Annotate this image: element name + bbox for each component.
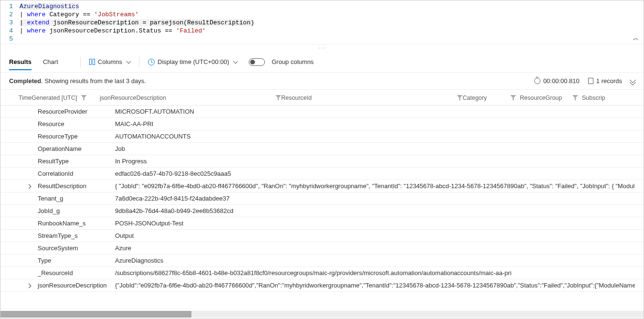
table-header-row: TimeGenerated [UTC] jsonResourceDescript… xyxy=(0,90,644,106)
editor-line[interactable]: 2| where Category == 'JobStreams' xyxy=(0,11,644,19)
field-value: 9db8a42b-76d4-48a0-b949-2ee8b53682cd xyxy=(115,207,635,214)
stopwatch-icon xyxy=(534,78,540,84)
field-value: edfac026-da57-4b70-9218-8ec025c9aaa5 xyxy=(115,170,635,177)
table-row[interactable]: Tenant_g7a6d0eca-222b-49cf-8415-f24adabd… xyxy=(0,192,644,205)
table-row[interactable]: JobId_g9db8a42b-76d4-48a0-b949-2ee8b5368… xyxy=(0,205,644,217)
column-header-resourcegroup[interactable]: ResourceGroup xyxy=(510,95,572,101)
field-value: {"JobId":"e092fb7a-6f6e-4bd0-ab20-ff4677… xyxy=(115,282,635,289)
filter-icon[interactable] xyxy=(457,95,463,101)
field-name: ResourceType xyxy=(38,133,115,140)
toggle-icon xyxy=(249,58,265,66)
status-text: Completed. Showing results from the last… xyxy=(9,77,146,85)
chevron-down-icon xyxy=(125,58,130,65)
record-count: 1 records xyxy=(588,77,622,85)
line-number: 4 xyxy=(0,27,20,35)
table-row[interactable]: CorrelationIdedfac026-da57-4b70-9218-8ec… xyxy=(0,168,644,180)
chevron-right-icon xyxy=(27,182,31,190)
expand-cell[interactable] xyxy=(0,182,38,190)
editor-line[interactable]: 4| where jsonResourceDescription.Status … xyxy=(0,27,644,35)
table-row[interactable]: TypeAzureDiagnostics xyxy=(0,255,644,267)
filter-icon[interactable] xyxy=(275,95,281,101)
table-row[interactable]: ResourceProviderMICROSOFT.AUTOMATION xyxy=(0,106,644,118)
field-name: RunbookName_s xyxy=(38,220,115,227)
separator xyxy=(80,57,81,67)
separator xyxy=(139,57,139,67)
view-tabs: Results Chart xyxy=(9,53,58,70)
code-content: | where jsonResourceDescription.Status =… xyxy=(20,27,206,35)
field-name: CorrelationId xyxy=(38,170,115,177)
collapse-editor-icon[interactable]: ︽ xyxy=(633,34,639,42)
query-duration: 00:00:00.810 xyxy=(534,77,580,85)
field-name: OperationName xyxy=(38,145,115,152)
field-value: AzureDiagnostics xyxy=(115,257,635,264)
field-name: jsonResourceDescription xyxy=(38,282,115,289)
table-row[interactable]: StreamType_sOutput xyxy=(0,230,644,242)
horizontal-scrollbar[interactable] xyxy=(0,311,644,318)
table-row[interactable]: ResourceMAIC-AA-PRI xyxy=(0,118,644,130)
display-time-label: Display time (UTC+00:00) xyxy=(158,58,229,65)
results-toolbar: Results Chart Columns Display time (UTC+… xyxy=(0,52,644,73)
field-name: Resource xyxy=(38,120,115,128)
columns-label: Columns xyxy=(98,58,122,65)
column-header-time[interactable]: TimeGenerated [UTC] xyxy=(19,95,100,101)
editor-line[interactable]: 1AzureDiagnostics xyxy=(0,2,644,11)
tab-chart[interactable]: Chart xyxy=(43,53,58,70)
field-name: _ResourceId xyxy=(38,269,115,276)
status-completed: Completed xyxy=(9,77,41,85)
filter-icon[interactable] xyxy=(572,95,578,101)
field-value: /subscriptions/68627f8c-65b8-4601-b48e-b… xyxy=(115,269,635,276)
field-name: ResourceProvider xyxy=(38,108,115,115)
table-row[interactable]: ResultTypeIn Progress xyxy=(0,155,644,168)
expand-cell[interactable] xyxy=(0,282,38,289)
table-row[interactable]: ResultDescription{ "JobId": "e092fb7a-6f… xyxy=(0,180,644,192)
field-value: MICROSOFT.AUTOMATION xyxy=(115,108,635,115)
results-grid[interactable]: ResourceProviderMICROSOFT.AUTOMATIONReso… xyxy=(0,106,644,311)
field-value: AUTOMATIONACCOUNTS xyxy=(115,133,635,140)
code-content: | where Category == 'JobStreams' xyxy=(20,11,139,19)
filter-icon[interactable] xyxy=(510,95,516,101)
line-number: 5 xyxy=(0,35,20,43)
group-columns-toggle[interactable]: Group columns xyxy=(249,58,314,66)
clock-icon xyxy=(148,59,155,65)
field-value: { "JobId": "e092fb7a-6f6e-4bd0-ab20-ff46… xyxy=(115,182,635,190)
table-row[interactable]: jsonResourceDescription{"JobId":"e092fb7… xyxy=(0,279,644,292)
field-name: Type xyxy=(38,257,115,264)
column-header-subscription[interactable]: Subscrip xyxy=(572,95,635,101)
field-value: Output xyxy=(115,232,635,239)
filter-icon[interactable] xyxy=(81,95,87,101)
code-content: | extend jsonResourceDescription = parse… xyxy=(20,19,254,27)
group-columns-label: Group columns xyxy=(272,58,314,65)
field-value: 7a6d0eca-222b-49cf-8415-f24adabdee37 xyxy=(115,195,635,202)
editor-line[interactable]: 3| extend jsonResourceDescription = pars… xyxy=(0,19,644,27)
table-row[interactable]: SourceSystemAzure xyxy=(0,242,644,255)
field-value: MAIC-AA-PRI xyxy=(115,120,635,128)
chevron-right-icon xyxy=(27,282,31,289)
table-row[interactable]: RunbookName_sPOSH-JSONOutput-Test xyxy=(0,217,644,230)
table-row[interactable]: OperationNameJob xyxy=(0,143,644,155)
table-row[interactable]: _ResourceId/subscriptions/68627f8c-65b8-… xyxy=(0,267,644,279)
field-value: In Progress xyxy=(115,158,635,165)
resize-handle[interactable]: · · · xyxy=(0,44,644,52)
columns-icon xyxy=(89,59,95,65)
line-number: 1 xyxy=(0,2,20,11)
editor-line[interactable]: 5 xyxy=(0,35,644,43)
line-number: 3 xyxy=(0,19,20,27)
status-detail: . Showing results from the last 3 days. xyxy=(41,77,146,85)
field-value: POSH-JSONOutput-Test xyxy=(115,220,635,227)
status-bar: Completed. Showing results from the last… xyxy=(0,73,644,90)
display-time-button[interactable]: Display time (UTC+00:00) xyxy=(148,58,237,65)
query-editor[interactable]: 1AzureDiagnostics2| where Category == 'J… xyxy=(0,0,644,44)
field-value: Azure xyxy=(115,245,635,252)
columns-button[interactable]: Columns xyxy=(89,58,130,65)
tab-results[interactable]: Results xyxy=(9,53,32,70)
code-content: AzureDiagnostics xyxy=(20,2,79,11)
table-row[interactable]: ResourceTypeAUTOMATIONACCOUNTS xyxy=(0,130,644,143)
line-number: 2 xyxy=(0,11,20,19)
expand-icon[interactable] xyxy=(631,78,635,85)
field-name: ResultDescription xyxy=(38,182,115,190)
field-name: SourceSystem xyxy=(38,245,115,252)
column-header-resourceid[interactable]: ResourceId xyxy=(281,95,463,101)
column-header-category[interactable]: Category xyxy=(463,95,510,101)
column-header-json[interactable]: jsonResourceDescription xyxy=(100,95,281,101)
field-value: Job xyxy=(115,145,635,152)
